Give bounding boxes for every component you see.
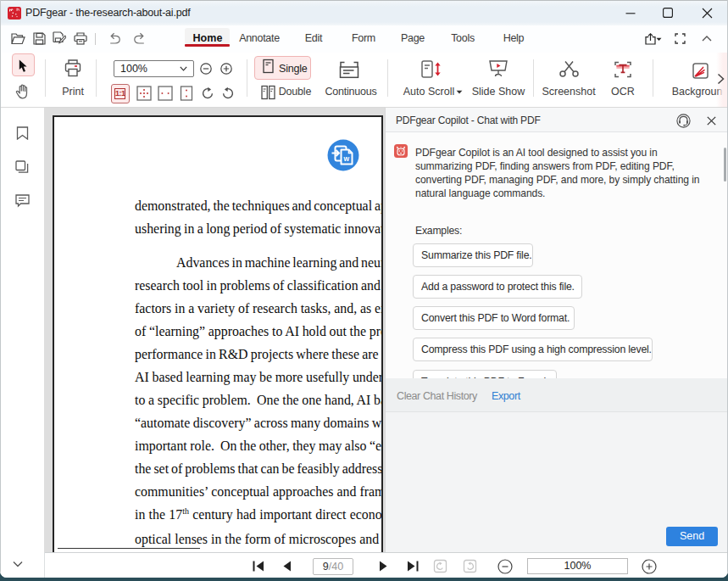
svg-text:w: w	[343, 154, 350, 163]
